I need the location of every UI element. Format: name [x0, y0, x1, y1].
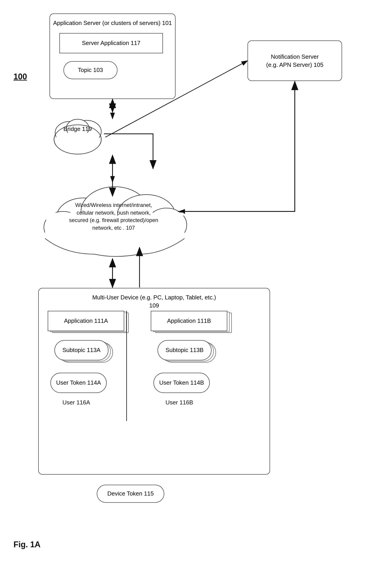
app-111a-box: Application 111A: [48, 311, 124, 331]
user-116b-label: User 116B: [153, 398, 205, 406]
user-token-114a-label: User Token 114A: [56, 379, 101, 387]
server-app-box: Server Application 117: [59, 33, 163, 53]
topic-box: Topic 103: [64, 61, 117, 79]
multi-device-box: Multi-User Device (e.g. PC, Laptop, Tabl…: [38, 288, 270, 475]
notification-server-label: Notification Server(e.g. APN Server) 105: [264, 50, 326, 71]
user-token-114b-box: User Token 114B: [153, 373, 210, 393]
user-token-114a-box: User Token 114A: [50, 373, 107, 393]
device-token-box: Device Token 115: [97, 485, 164, 503]
network-label: Wired/Wireless internet/intranet, cellul…: [45, 201, 182, 231]
diagram: 100 Application Server (or clusters of s…: [0, 0, 392, 572]
app-111a-stack: Application 111A Subtopic 113A User Toke…: [46, 311, 127, 446]
diagram-number: 100: [14, 72, 27, 81]
user-token-114b-label: User Token 114B: [159, 379, 204, 387]
topic-label: Topic 103: [78, 66, 103, 74]
subtopic-113b-box: Subtopic 113B: [158, 340, 212, 360]
app-111b-label: Application 111B: [167, 317, 211, 325]
subtopic-113a-box: Subtopic 113A: [54, 340, 108, 360]
server-app-label: Server Application 117: [82, 39, 140, 47]
fig-label: Fig. 1A: [14, 540, 41, 549]
app-server-label: Application Server (or clusters of serve…: [50, 19, 175, 27]
app-server-box: Application Server (or clusters of serve…: [49, 14, 176, 99]
user-116a-label: User 116A: [50, 398, 102, 406]
subtopic-113b-label: Subtopic 113B: [165, 346, 203, 354]
subtopic-113a-label: Subtopic 113A: [62, 346, 100, 354]
notification-server-box: Notification Server(e.g. APN Server) 105: [247, 40, 342, 81]
app-111a-label: Application 111A: [64, 317, 108, 325]
multi-device-label: Multi-User Device (e.g. PC, Laptop, Tabl…: [39, 293, 270, 310]
app-111b-stack: Application 111B Subtopic 113B User Toke…: [149, 311, 230, 446]
bridge-box: Bridge 119: [52, 112, 103, 155]
app-111b-box: Application 111B: [151, 311, 227, 331]
device-token-label: Device Token 115: [107, 490, 154, 498]
